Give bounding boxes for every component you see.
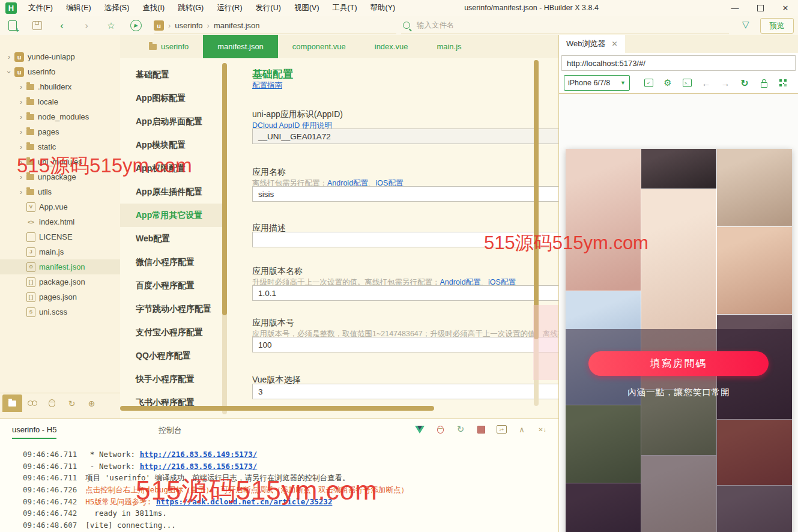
menu-选择(S)[interactable]: 选择(S) <box>98 0 136 16</box>
gear-icon[interactable]: ⚙ <box>662 77 673 88</box>
breadcrumb-project[interactable]: userinfo <box>175 21 202 30</box>
input-Vue版本选择[interactable]: 3 <box>252 384 558 399</box>
save-icon[interactable] <box>31 19 44 32</box>
new-file-icon[interactable] <box>6 19 19 32</box>
log-link[interactable]: http://216.83.56.149:5173/ <box>140 450 258 459</box>
section-nav-百度小程序配置[interactable]: 百度小程序配置 <box>120 274 227 297</box>
tree-item-unpackage[interactable]: ›unpackage <box>0 169 120 184</box>
refresh-icon[interactable]: ↻ <box>739 77 750 88</box>
vue-logo-icon[interactable] <box>414 424 425 435</box>
log-link[interactable]: https://ask.dcloud.net.cn/article/35232 <box>156 497 333 506</box>
tree-item-pages[interactable]: ›pages <box>0 124 120 139</box>
browser-tab[interactable]: Web浏览器 ✕ <box>559 35 625 53</box>
input-uni-app应用标识(AppID)[interactable]: __UNI__GEA01A72 <box>252 128 558 144</box>
guide-link[interactable]: 配置指南 <box>252 81 282 89</box>
url-input[interactable] <box>561 55 796 71</box>
section-nav-微信小程序配置[interactable]: 微信小程序配置 <box>120 250 227 274</box>
menu-编辑(E)[interactable]: 编辑(E) <box>59 0 98 16</box>
section-nav-支付宝小程序配置[interactable]: 支付宝小程序配置 <box>120 321 227 344</box>
mini-tab-debug[interactable] <box>42 394 62 412</box>
search-input[interactable]: 输入文件名 <box>401 17 729 34</box>
tree-item-.hbuilderx[interactable]: ›.hbuilderx <box>0 79 120 94</box>
tree-item-utils[interactable]: ›utils <box>0 184 120 199</box>
tree-item-package.json[interactable]: [ ]package.json <box>0 274 120 289</box>
favorite-icon[interactable]: ☆ <box>104 19 118 32</box>
close-panel-icon[interactable]: ✕↓ <box>537 424 548 435</box>
minimize-button[interactable]: — <box>722 0 748 16</box>
section-nav-App模块配置[interactable]: App模块配置 <box>120 133 227 157</box>
mini-tab-network[interactable]: ⊕ <box>82 394 101 412</box>
section-nav-基础配置[interactable]: 基础配置 <box>120 63 227 86</box>
breadcrumb[interactable]: u › userinfo › manifest.json <box>154 17 396 34</box>
open-external-icon[interactable]: ↙ <box>643 77 654 88</box>
tree-item-LICENSE[interactable]: LICENSE <box>0 229 120 244</box>
nav-scrollbar[interactable] <box>222 63 227 414</box>
stop-icon[interactable] <box>476 424 486 435</box>
filter-funnel-icon[interactable]: ▽ <box>742 19 749 30</box>
menu-运行(R)[interactable]: 运行(R) <box>210 0 249 16</box>
tree-item-pages.json[interactable]: [ ]pages.json <box>0 289 120 304</box>
device-select-value: iPhone 6/7/8 <box>568 79 610 87</box>
close-icon[interactable]: ✕ <box>612 40 618 48</box>
mini-tab-search[interactable] <box>22 394 42 412</box>
run-icon[interactable]: ▶ <box>129 19 142 32</box>
section-nav-App原生插件配置[interactable]: App原生插件配置 <box>120 180 227 204</box>
section-nav-快手小程序配置[interactable]: 快手小程序配置 <box>120 367 227 391</box>
lock-icon[interactable] <box>758 77 769 88</box>
terminal-icon[interactable]: >_ <box>682 77 692 88</box>
nav-back-icon[interactable]: ‹ <box>55 19 68 32</box>
close-button[interactable]: ✕ <box>773 0 798 16</box>
menu-工具(T)[interactable]: 工具(T) <box>326 0 364 16</box>
tree-item-yunde-uniapp[interactable]: ›uyunde-uniapp <box>0 49 120 64</box>
console-tab-console[interactable]: 控制台 <box>159 425 182 436</box>
section-nav-App图标配置[interactable]: App图标配置 <box>120 86 227 110</box>
section-nav-App启动界面配置[interactable]: App启动界面配置 <box>120 110 227 133</box>
tree-item-node_modules[interactable]: ›node_modules <box>0 109 120 124</box>
tree-item-App.vue[interactable]: VApp.vue <box>0 199 120 214</box>
tree-item-locale[interactable]: ›locale <box>0 94 120 109</box>
arrow-forward-icon[interactable]: → <box>720 77 731 88</box>
section-nav-QQ小程序配置[interactable]: QQ小程序配置 <box>120 344 227 367</box>
log-link[interactable]: http://216.83.56.156:5173/ <box>140 462 258 471</box>
maximize-button[interactable] <box>748 0 773 16</box>
tree-item-uni.scss[interactable]: Suni.scss <box>0 304 120 319</box>
section-nav-飞书小程序配置[interactable]: 飞书小程序配置 <box>120 391 227 414</box>
content-scrollbar-horizontal[interactable] <box>120 406 558 411</box>
tree-item-label: .hbuilderx <box>38 82 71 91</box>
input-应用描述[interactable] <box>252 232 558 247</box>
qr-code-icon[interactable] <box>778 77 788 88</box>
menu-视图(V)[interactable]: 视图(V) <box>288 0 326 16</box>
tree-item-main.js[interactable]: Jmain.js <box>0 244 120 259</box>
tree-item-manifest.json[interactable]: ⚙manifest.json <box>0 259 120 274</box>
tree-item-userinfo[interactable]: ›uuserinfo <box>0 64 120 79</box>
chevron-right-icon: › <box>17 128 25 136</box>
input-应用版本号[interactable]: 100 <box>252 337 558 352</box>
menu-跳转(G)[interactable]: 跳转(G) <box>171 0 210 16</box>
restart-icon[interactable]: ↻ <box>455 424 466 435</box>
section-nav-App权限配置[interactable]: App权限配置 <box>120 157 227 180</box>
input-应用版本名称[interactable]: 1.0.1 <box>252 285 558 301</box>
menu-查找(I)[interactable]: 查找(I) <box>136 0 171 16</box>
nav-forward-icon[interactable]: › <box>80 19 93 32</box>
section-nav-字节跳动小程序配置[interactable]: 字节跳动小程序配置 <box>120 297 227 321</box>
room-code-button[interactable]: 填寫房間碼 <box>588 351 769 376</box>
input-应用名称[interactable]: sisis <box>252 186 558 202</box>
device-select[interactable]: iPhone 6/7/8 ▼ <box>564 75 630 91</box>
menu-发行(U)[interactable]: 发行(U) <box>249 0 288 16</box>
mini-tab-explorer[interactable] <box>2 394 22 412</box>
breadcrumb-file[interactable]: manifest.json <box>214 21 260 30</box>
tree-item-index.html[interactable]: <>index.html <box>0 214 120 229</box>
menu-文件(F)[interactable]: 文件(F) <box>22 0 59 16</box>
arrow-back-icon[interactable]: ← <box>701 77 712 88</box>
section-nav-App常用其它设置[interactable]: App常用其它设置 <box>120 204 227 227</box>
console-tab-project[interactable]: userinfo - H5 <box>12 425 56 434</box>
menu-帮助(Y)[interactable]: 帮助(Y) <box>364 0 402 16</box>
preview-button[interactable]: 预览 <box>760 18 794 34</box>
tree-item-uni_modules[interactable]: ›uni_modules <box>0 154 120 169</box>
collapse-panel-icon[interactable]: ∧ <box>516 424 527 435</box>
debug-bug-icon[interactable] <box>435 424 446 435</box>
mini-tab-sync[interactable]: ↻ <box>62 394 82 412</box>
new-terminal-icon[interactable]: >+ <box>496 424 507 435</box>
tree-item-static[interactable]: ›static <box>0 139 120 154</box>
section-nav-Web配置[interactable]: Web配置 <box>120 227 227 250</box>
